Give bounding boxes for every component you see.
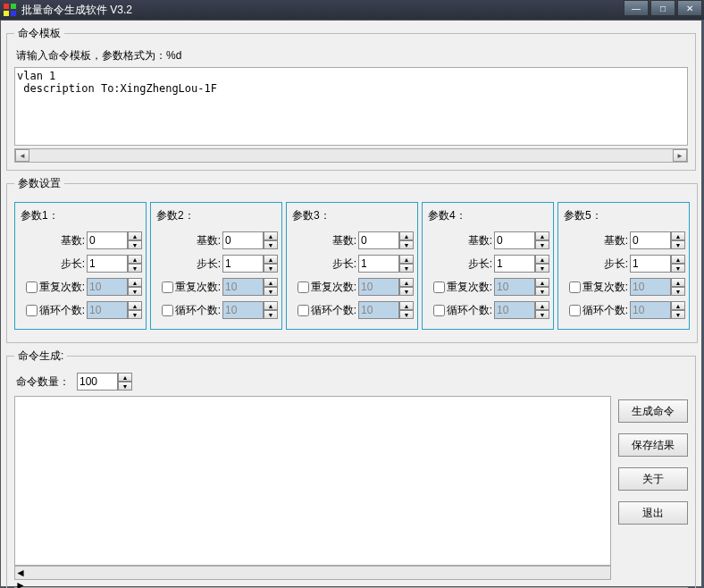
step-spinner[interactable]: ▲▼: [358, 255, 414, 273]
spin-down-icon[interactable]: ▼: [671, 240, 685, 249]
scroll-left-icon[interactable]: ◄: [15, 567, 610, 579]
base-spinner[interactable]: ▲▼: [222, 231, 278, 249]
repeat-checkbox[interactable]: [569, 281, 581, 293]
spin-down-icon[interactable]: ▼: [535, 287, 549, 296]
spin-down-icon[interactable]: ▼: [264, 287, 278, 296]
spin-up-icon[interactable]: ▲: [399, 255, 414, 264]
template-hscrollbar[interactable]: ◄ ►: [14, 148, 688, 163]
spin-down-icon[interactable]: ▼: [264, 240, 278, 249]
loop-input[interactable]: [87, 301, 128, 319]
base-spinner[interactable]: ▲▼: [87, 231, 142, 249]
save-button[interactable]: 保存结果: [618, 433, 688, 457]
repeat-input[interactable]: [222, 278, 264, 296]
repeat-input[interactable]: [494, 278, 535, 296]
loop-input[interactable]: [358, 301, 399, 319]
loop-spinner[interactable]: ▲▼: [630, 301, 685, 319]
step-spinner[interactable]: ▲▼: [494, 255, 549, 273]
base-spinner[interactable]: ▲▼: [630, 231, 685, 249]
titlebar[interactable]: 批量命令生成软件 V3.2 — □ ✕: [0, 0, 704, 20]
loop-spinner[interactable]: ▲▼: [358, 301, 414, 319]
spin-down-icon[interactable]: ▼: [399, 240, 414, 249]
base-spinner[interactable]: ▲▼: [358, 231, 414, 249]
spin-down-icon[interactable]: ▼: [128, 240, 142, 249]
spin-down-icon[interactable]: ▼: [535, 240, 549, 249]
spin-up-icon[interactable]: ▲: [118, 373, 132, 382]
spin-up-icon[interactable]: ▲: [535, 231, 549, 240]
repeat-checkbox[interactable]: [26, 281, 38, 293]
spin-down-icon[interactable]: ▼: [128, 264, 142, 273]
repeat-spinner[interactable]: ▲▼: [630, 278, 685, 296]
step-input[interactable]: [222, 255, 264, 273]
repeat-spinner[interactable]: ▲▼: [358, 278, 414, 296]
step-spinner[interactable]: ▲▼: [222, 255, 278, 273]
repeat-checkbox[interactable]: [298, 281, 309, 293]
spin-down-icon[interactable]: ▼: [399, 310, 414, 319]
minimize-button[interactable]: —: [624, 0, 649, 16]
spin-down-icon[interactable]: ▼: [399, 264, 414, 273]
spin-down-icon[interactable]: ▼: [118, 382, 132, 391]
spin-up-icon[interactable]: ▲: [128, 255, 142, 264]
spin-down-icon[interactable]: ▼: [671, 310, 685, 319]
spin-up-icon[interactable]: ▲: [671, 255, 685, 264]
count-input[interactable]: [77, 373, 118, 391]
spin-up-icon[interactable]: ▲: [671, 301, 685, 310]
loop-input[interactable]: [222, 301, 264, 319]
loop-spinner[interactable]: ▲▼: [494, 301, 549, 319]
loop-spinner[interactable]: ▲▼: [87, 301, 142, 319]
spin-up-icon[interactable]: ▲: [399, 301, 414, 310]
loop-input[interactable]: [630, 301, 671, 319]
scroll-left-icon[interactable]: ◄: [15, 149, 29, 162]
scroll-right-icon[interactable]: ►: [15, 579, 610, 588]
step-input[interactable]: [87, 255, 128, 273]
loop-checkbox[interactable]: [569, 305, 581, 316]
step-spinner[interactable]: ▲▼: [87, 255, 142, 273]
output-textarea[interactable]: [14, 396, 611, 566]
step-input[interactable]: [494, 255, 535, 273]
step-spinner[interactable]: ▲▼: [630, 255, 685, 273]
repeat-checkbox[interactable]: [162, 281, 173, 293]
output-hscrollbar[interactable]: ◄ ►: [14, 566, 611, 580]
repeat-checkbox[interactable]: [433, 281, 445, 293]
spin-up-icon[interactable]: ▲: [264, 278, 278, 287]
spin-down-icon[interactable]: ▼: [264, 264, 278, 273]
loop-checkbox[interactable]: [298, 305, 309, 316]
loop-checkbox[interactable]: [433, 305, 445, 316]
base-spinner[interactable]: ▲▼: [494, 231, 549, 249]
about-button[interactable]: 关于: [618, 467, 688, 491]
loop-checkbox[interactable]: [162, 305, 173, 316]
spin-up-icon[interactable]: ▲: [671, 278, 685, 287]
spin-down-icon[interactable]: ▼: [399, 287, 414, 296]
spin-up-icon[interactable]: ▲: [671, 231, 685, 240]
repeat-spinner[interactable]: ▲▼: [222, 278, 278, 296]
spin-down-icon[interactable]: ▼: [128, 310, 142, 319]
loop-input[interactable]: [494, 301, 535, 319]
repeat-spinner[interactable]: ▲▼: [87, 278, 142, 296]
loop-checkbox[interactable]: [26, 305, 38, 316]
step-input[interactable]: [630, 255, 671, 273]
spin-down-icon[interactable]: ▼: [671, 287, 685, 296]
spin-up-icon[interactable]: ▲: [128, 231, 142, 240]
scroll-right-icon[interactable]: ►: [673, 149, 687, 162]
step-input[interactable]: [358, 255, 399, 273]
base-input[interactable]: [222, 231, 264, 249]
repeat-input[interactable]: [358, 278, 399, 296]
spin-up-icon[interactable]: ▲: [535, 301, 549, 310]
spin-down-icon[interactable]: ▼: [128, 287, 142, 296]
maximize-button[interactable]: □: [650, 0, 675, 16]
spin-up-icon[interactable]: ▲: [264, 301, 278, 310]
spin-up-icon[interactable]: ▲: [264, 255, 278, 264]
loop-spinner[interactable]: ▲▼: [222, 301, 278, 319]
repeat-spinner[interactable]: ▲▼: [494, 278, 549, 296]
spin-up-icon[interactable]: ▲: [535, 278, 549, 287]
spin-down-icon[interactable]: ▼: [264, 310, 278, 319]
base-input[interactable]: [87, 231, 128, 249]
exit-button[interactable]: 退出: [618, 501, 688, 525]
spin-up-icon[interactable]: ▲: [264, 231, 278, 240]
spin-down-icon[interactable]: ▼: [535, 264, 549, 273]
spin-up-icon[interactable]: ▲: [399, 278, 414, 287]
base-input[interactable]: [630, 231, 671, 249]
spin-up-icon[interactable]: ▲: [399, 231, 414, 240]
spin-up-icon[interactable]: ▲: [128, 301, 142, 310]
template-textarea[interactable]: [14, 67, 688, 146]
base-input[interactable]: [494, 231, 535, 249]
